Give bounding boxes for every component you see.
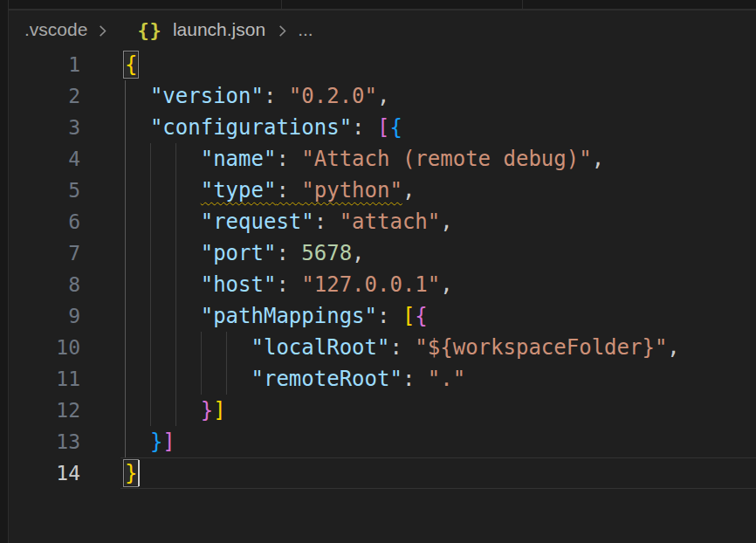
code-token: "0.2.0" — [289, 84, 377, 108]
code-token: : — [389, 335, 415, 360]
code-token: } — [150, 430, 162, 454]
line-number: 4 — [9, 143, 80, 175]
code-token — [125, 84, 150, 108]
line-number: 13 — [9, 426, 80, 457]
breadcrumb-symbol-path[interactable]: ... — [298, 19, 313, 40]
code-line[interactable]: 12 }] — [9, 395, 756, 426]
code-token: "version" — [150, 84, 264, 108]
json-file-icon: {} — [137, 19, 162, 41]
code-token — [125, 367, 251, 391]
code-token: { — [415, 304, 427, 328]
code-token: , — [667, 335, 679, 360]
sidebar-edge — [0, 0, 9, 543]
code-text: "pathMappings": [{ — [125, 300, 428, 332]
breadcrumb-item-file[interactable]: launch.json — [173, 19, 265, 40]
breadcrumb: .vscode {} launch.json ... — [9, 11, 756, 48]
code-token: [ — [402, 304, 415, 328]
code-token: "python" — [301, 178, 402, 203]
code-line[interactable]: 7 "port": 5678, — [9, 237, 756, 269]
code-text: }] — [125, 426, 175, 457]
code-token: } — [201, 398, 213, 423]
breadcrumb-item-folder[interactable]: .vscode — [24, 19, 87, 40]
line-number: 2 — [9, 80, 80, 112]
code-token: : — [402, 367, 428, 391]
code-token: : — [352, 115, 377, 140]
code-line[interactable]: 4 "name": "Attach (remote debug)", — [9, 143, 756, 175]
code-text: "localRoot": "${workspaceFolder}", — [125, 332, 680, 363]
code-token — [125, 398, 201, 423]
code-token: "." — [428, 367, 465, 391]
code-token: "${workspaceFolder}" — [415, 335, 667, 360]
code-token — [125, 335, 251, 360]
code-token: , — [592, 147, 604, 171]
code-token: "type" — [201, 178, 277, 203]
code-token: , — [402, 178, 415, 203]
code-token: : — [314, 210, 340, 234]
code-token: "attach" — [340, 210, 441, 234]
code-line[interactable]: 10 "localRoot": "${workspaceFolder}", — [9, 332, 756, 363]
code-line[interactable]: 6 "request": "attach", — [9, 206, 756, 237]
code-token: ] — [162, 430, 175, 454]
line-number: 8 — [9, 269, 80, 300]
code-token: ] — [213, 398, 225, 423]
code-token — [125, 210, 201, 234]
line-number: 1 — [9, 49, 80, 80]
line-number: 7 — [9, 237, 80, 269]
code-text: "type": "python", — [125, 175, 415, 206]
line-number: 12 — [9, 395, 80, 426]
code-line[interactable]: 9 "pathMappings": [{ — [9, 300, 756, 332]
code-line[interactable]: 2 "version": "0.2.0", — [9, 80, 756, 112]
code-text: "host": "127.0.0.1", — [125, 269, 453, 300]
code-token: "127.0.0.1" — [301, 272, 440, 297]
code-token: "name" — [201, 147, 277, 171]
code-line[interactable]: 3 "configurations": [{ — [9, 112, 756, 143]
code-line[interactable]: 14} — [9, 457, 756, 489]
code-token: , — [440, 272, 452, 297]
code-text: { — [125, 49, 137, 80]
code-text: "request": "attach", — [125, 206, 453, 237]
line-number: 6 — [9, 206, 80, 237]
line-number: 14 — [9, 457, 80, 489]
code-token: "remoteRoot" — [251, 367, 402, 391]
code-token — [125, 147, 201, 171]
code-token: : — [264, 84, 289, 108]
code-token: "request" — [201, 210, 314, 234]
tab-separator — [522, 0, 523, 9]
chevron-right-icon — [276, 24, 289, 38]
code-token: } — [125, 461, 137, 485]
code-text: "configurations": [{ — [125, 112, 402, 143]
code-token — [125, 304, 201, 328]
code-text: "port": 5678, — [125, 237, 365, 269]
code-token: "Attach (remote debug)" — [301, 147, 591, 171]
code-token: { — [125, 52, 137, 77]
text-cursor — [138, 460, 140, 486]
code-token: , — [352, 241, 364, 265]
code-token — [125, 115, 150, 140]
code-line[interactable]: 13 }] — [9, 426, 756, 457]
code-line[interactable]: 1{ — [9, 49, 756, 80]
code-line[interactable]: 11 "remoteRoot": "." — [9, 363, 756, 395]
code-line[interactable]: 5 "type": "python", — [9, 175, 756, 206]
code-token — [125, 272, 201, 297]
code-line[interactable]: 8 "host": "127.0.0.1", — [9, 269, 756, 300]
code-token: "pathMappings" — [201, 304, 377, 328]
code-text: } — [125, 457, 137, 489]
code-text: "name": "Attach (remote debug)", — [125, 143, 604, 175]
code-token: : — [276, 272, 301, 297]
line-number: 9 — [9, 300, 80, 332]
line-number: 5 — [9, 175, 80, 206]
code-token — [125, 430, 150, 454]
line-number: 10 — [9, 332, 80, 363]
code-token: : — [276, 147, 301, 171]
code-editor[interactable]: 1{2 "version": "0.2.0",3 "configurations… — [9, 49, 756, 543]
code-token: [ — [377, 115, 389, 140]
code-token — [125, 178, 201, 203]
code-token: : — [276, 178, 301, 203]
line-number: 11 — [9, 363, 80, 395]
code-text: "version": "0.2.0", — [125, 80, 389, 112]
code-token: { — [389, 115, 402, 140]
line-number: 3 — [9, 112, 80, 143]
code-token: : — [276, 241, 301, 265]
code-token: , — [377, 84, 389, 108]
code-token: 5678 — [301, 241, 352, 265]
